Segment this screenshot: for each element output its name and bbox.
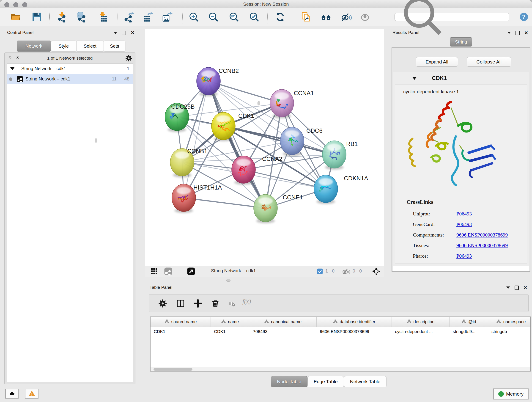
expand-all-button[interactable]: Expand All xyxy=(416,57,458,67)
node-label-CDK1: CDK1 xyxy=(238,112,254,119)
table-cell: CDK1 xyxy=(151,327,211,336)
column-header-description[interactable]: description xyxy=(392,317,450,327)
table-panel-float-icon[interactable] xyxy=(515,286,519,290)
warnings-button[interactable] xyxy=(25,389,38,399)
table-panel-collapse-icon[interactable] xyxy=(506,287,510,289)
column-tree-icon xyxy=(221,319,226,324)
birds-eye-view-icon[interactable] xyxy=(187,267,195,275)
show-all-button[interactable] xyxy=(359,11,371,23)
open-folder-icon xyxy=(10,12,21,22)
tab-node-table[interactable]: Node Table xyxy=(271,376,307,387)
zoom-out-button[interactable] xyxy=(207,11,220,23)
results-panel-close-icon[interactable]: ✕ xyxy=(524,31,528,35)
table-horizontal-scrollbar[interactable] xyxy=(151,367,530,371)
control-panel-collapse-icon[interactable] xyxy=(114,32,117,34)
scrollbar-thumb[interactable] xyxy=(153,368,192,370)
search-box[interactable] xyxy=(394,13,509,21)
crosslink-link[interactable]: 9606.ENSP00000378699 xyxy=(456,242,508,249)
save-button[interactable] xyxy=(31,11,43,23)
add-column-icon[interactable] xyxy=(193,299,203,308)
column-header-canonicalname[interactable]: canonical name xyxy=(249,317,317,327)
column-header-namespace[interactable]: namespace xyxy=(488,317,531,327)
tab-network[interactable]: Network xyxy=(17,41,51,51)
node-label-RB1: RB1 xyxy=(346,140,358,147)
selected-checkbox-icon[interactable] xyxy=(317,268,323,274)
network-options-gear-icon[interactable] xyxy=(125,55,133,62)
import-table-button[interactable] xyxy=(96,11,109,23)
copy-documents-button[interactable] xyxy=(300,11,312,23)
crosslink-link[interactable]: P06493 xyxy=(456,211,472,217)
svg-text:?: ? xyxy=(522,13,526,20)
tab-edge-table[interactable]: Edge Table xyxy=(307,376,344,387)
network-node-CDC6[interactable] xyxy=(280,127,304,156)
network-graph[interactable]: CCNB2CCNA1CDC25BCDK1CDC6RB1CCNB1CCNA2CDK… xyxy=(145,29,384,266)
table-row[interactable]: CDK1CDK1P064939606.ENSP00000378699cyclin… xyxy=(151,327,530,336)
window-title: Session: New Session xyxy=(0,2,532,7)
zoom-in-button[interactable] xyxy=(187,11,200,23)
network-node-CCNB2[interactable] xyxy=(196,67,220,96)
network-tree-network-row[interactable]: String Network – cdk1 11 48 xyxy=(7,74,133,84)
column-header-databaseidentifier[interactable]: database identifier xyxy=(317,317,392,327)
import-network-button[interactable] xyxy=(56,11,69,23)
column-tree-icon xyxy=(462,319,467,324)
search-input[interactable] xyxy=(452,14,509,20)
splitter-grip[interactable] xyxy=(226,279,230,282)
hide-selected-button[interactable] xyxy=(340,11,353,23)
collapse-all-button[interactable]: Collapse All xyxy=(467,57,511,67)
column-header-sharedname[interactable]: shared name xyxy=(151,317,211,327)
results-panel-float-icon[interactable] xyxy=(515,31,520,35)
node-label-CCNB1: CCNB1 xyxy=(187,148,207,154)
node-label-CDC25B: CDC25B xyxy=(171,103,195,110)
view-grid-icon[interactable] xyxy=(150,267,158,275)
network-node-CCNA1[interactable] xyxy=(270,89,294,118)
tree-expander-icon[interactable] xyxy=(10,67,14,70)
table-panel-close-icon[interactable]: ✕ xyxy=(523,285,527,290)
column-header-id[interactable]: @id xyxy=(450,317,488,327)
node-result-expander-icon[interactable] xyxy=(412,77,417,80)
network-node-CDK1[interactable] xyxy=(211,112,235,141)
first-neighbors-button[interactable] xyxy=(320,11,332,23)
tab-style[interactable]: Style xyxy=(51,41,76,51)
crosslink-label: GeneCard: xyxy=(413,221,435,227)
refresh-button[interactable] xyxy=(274,11,287,23)
tab-string[interactable]: String xyxy=(450,37,472,46)
title-bar: Session: New Session xyxy=(0,0,532,8)
splitter-grip[interactable] xyxy=(95,138,97,143)
export-network-button[interactable] xyxy=(122,11,135,23)
zoom-fit-button[interactable] xyxy=(228,11,240,23)
help-button[interactable]: ? xyxy=(519,12,529,22)
memory-button[interactable]: Memory xyxy=(493,389,529,400)
column-header-name[interactable]: name xyxy=(211,317,249,327)
open-folder-button[interactable] xyxy=(9,11,22,23)
tab-network-table[interactable]: Network Table xyxy=(344,376,387,387)
show-columns-icon[interactable] xyxy=(176,299,185,308)
results-panel-collapse-icon[interactable] xyxy=(507,32,511,34)
crosslink-link[interactable]: P06493 xyxy=(456,221,472,227)
zoom-in-icon xyxy=(188,12,199,22)
control-panel-float-icon[interactable] xyxy=(122,31,126,35)
network-edge[interactable] xyxy=(184,198,266,208)
hidden-eye-icon[interactable] xyxy=(342,267,350,275)
network-node-CDKN1A[interactable] xyxy=(314,175,338,204)
annotation-share-icon[interactable] xyxy=(164,267,172,275)
delete-column-icon[interactable] xyxy=(211,299,220,308)
cloud-status-button[interactable] xyxy=(5,389,19,399)
export-table-button[interactable] xyxy=(141,11,154,23)
crosslink-link[interactable]: 9606.ENSP00000378699 xyxy=(456,232,508,238)
table-options-gear-icon[interactable] xyxy=(158,299,167,308)
export-image-button[interactable] xyxy=(161,11,173,23)
network-node-HIST1H1A[interactable] xyxy=(172,184,196,213)
network-node-CCNE1[interactable] xyxy=(254,194,278,223)
crosslink-link[interactable]: P06493 xyxy=(456,253,472,259)
network-tree-collection-row[interactable]: String Network – cdk1 1 xyxy=(7,64,133,74)
node-result-header[interactable]: CDK1 xyxy=(393,72,529,84)
fit-selection-crosshair-icon[interactable] xyxy=(372,267,380,275)
tab-sets[interactable]: Sets xyxy=(104,41,125,51)
control-panel-close-icon[interactable]: ✕ xyxy=(131,31,134,35)
splitter-grip[interactable] xyxy=(258,101,260,105)
network-canvas[interactable]: CCNB2CCNA1CDC25BCDK1CDC6RB1CCNB1CCNA2CDK… xyxy=(145,29,384,266)
tab-select[interactable]: Select xyxy=(76,41,104,51)
import-database-button[interactable] xyxy=(76,11,89,23)
zoom-selected-button[interactable] xyxy=(248,11,260,23)
network-node-RB1[interactable] xyxy=(322,141,346,170)
